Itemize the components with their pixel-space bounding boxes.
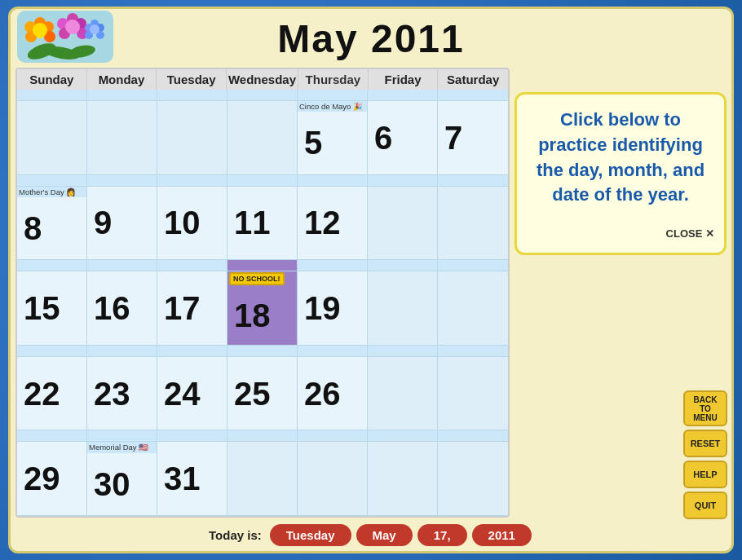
cell-date-number: 12 [298,187,367,260]
cell-date-number: 15 [17,271,86,345]
table-row[interactable]: Cinco de Mayo 🎉5 [298,90,368,175]
cell-date-number: 25 [227,357,297,430]
table-row[interactable]: 25 [227,346,298,431]
table-row[interactable]: 29 [17,430,87,516]
close-button[interactable]: CLOSE ✕ [527,227,714,240]
reset-button[interactable]: RESET [683,430,727,457]
table-row[interactable]: 9 [87,175,157,261]
cell-date-number: 26 [298,357,367,430]
no-school-badge: NO SCHOOL! [229,272,285,285]
table-row [227,90,298,175]
info-box: Click below to practice identifying the … [515,92,727,255]
cell-date-number: 7 [438,101,508,174]
cell-date-number: 19 [298,271,367,345]
cell-date-number: 10 [157,187,227,260]
today-date[interactable]: 17, [417,524,467,546]
table-row[interactable]: 22 [17,346,87,431]
help-button[interactable]: HELP [683,461,727,488]
side-buttons: BACKTOMENU RESET HELP QUIT [683,390,727,519]
calendar-grid: Cinco de Mayo 🎉567Mother's Day 👩89101112… [17,90,508,516]
calendar-section: Sunday Monday Tuesday Wednesday Thursday… [15,68,510,518]
table-row [438,260,508,346]
calendar-title: May 2011 [277,16,465,61]
cell-date-number: 11 [227,187,297,260]
table-row[interactable]: 26 [298,346,368,431]
day-header-monday: Monday [87,69,157,90]
info-text: Click below to practice identifying the … [527,108,714,208]
table-row [298,430,368,516]
table-row [438,175,508,261]
cell-date-number: 16 [87,271,157,345]
quit-button[interactable]: QUIT [683,492,727,519]
main-container: May 2011 Sunday Monday Tuesday Wednesday… [8,7,734,553]
cell-date-number: 17 [157,271,227,345]
table-row [227,430,298,516]
table-row[interactable]: 6 [368,90,438,175]
today-year[interactable]: 2011 [472,524,532,546]
table-row[interactable]: 19 [298,260,368,346]
cell-date-number: 31 [157,442,227,515]
day-header-friday: Friday [369,69,439,90]
table-row [17,90,87,175]
table-row[interactable]: 12 [298,175,368,261]
table-row[interactable]: 7 [438,90,508,175]
table-row[interactable]: 17 [157,260,227,346]
table-row[interactable]: Mother's Day 👩8 [17,175,87,261]
table-row[interactable]: 11 [227,175,298,261]
table-row[interactable]: 23 [87,346,157,431]
flower-logo [17,11,113,63]
table-row[interactable]: 16 [87,260,157,346]
cell-date-number: 23 [87,357,157,430]
table-row [368,430,438,516]
table-row[interactable]: Memorial Day 🇺🇸30 [87,430,157,516]
day-header-saturday: Saturday [438,69,508,90]
today-month[interactable]: May [356,524,413,546]
day-header-sunday: Sunday [17,69,87,90]
bottom-bar: Today is: Tuesday May 17, 2011 [11,519,731,551]
back-to-menu-button[interactable]: BACKTOMENU [683,390,727,426]
cell-date-number: 22 [17,357,86,430]
table-row [368,346,438,431]
table-row[interactable]: 10 [157,175,227,261]
header: May 2011 [11,9,731,66]
svg-point-24 [90,24,99,34]
day-header-tuesday: Tuesday [157,69,227,90]
svg-point-17 [65,20,80,34]
calendar-wrapper: Sunday Monday Tuesday Wednesday Thursday… [11,66,731,519]
cell-date-number: 24 [157,357,227,430]
table-row[interactable]: NO SCHOOL!18 [227,260,298,346]
table-row[interactable]: 24 [157,346,227,431]
cell-date-number: 5 [298,112,367,174]
svg-point-10 [33,23,47,37]
cell-date-number: 18 [227,286,297,345]
table-row [368,175,438,261]
cell-date-number: 30 [87,453,157,515]
today-day[interactable]: Tuesday [270,524,351,546]
table-row [368,260,438,346]
day-header-wednesday: Wednesday [227,69,298,90]
day-header-thursday: Thursday [298,69,369,90]
cell-date-number: 6 [368,101,437,174]
cell-date-number: 8 [17,197,86,259]
table-row [157,90,227,175]
table-row[interactable]: 31 [157,430,227,516]
table-row [438,430,508,516]
cell-date-number: 29 [17,442,86,515]
today-label: Today is: [209,528,262,542]
cell-date-number: 9 [87,187,157,260]
table-row[interactable]: 15 [17,260,87,346]
table-row [87,90,157,175]
day-headers: Sunday Monday Tuesday Wednesday Thursday… [17,69,508,90]
table-row [438,346,508,431]
